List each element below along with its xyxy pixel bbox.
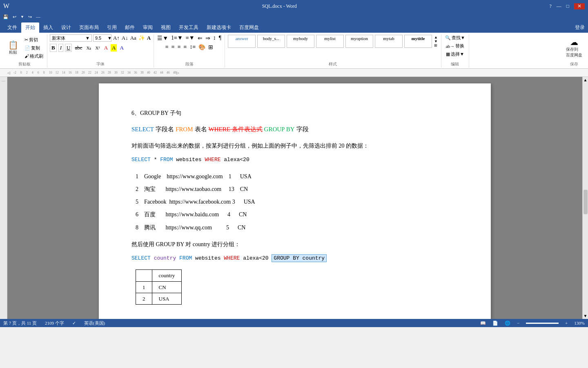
code2-condition: alexa<20 bbox=[243, 255, 272, 261]
scroll-down-btn[interactable]: ▼ bbox=[584, 314, 588, 318]
paste-btn[interactable]: 📋 粘贴 bbox=[4, 40, 22, 56]
font-size-input[interactable] bbox=[95, 36, 107, 40]
undo-quick-btn[interactable]: ↩ bbox=[11, 14, 18, 20]
result-row1-index: 1 bbox=[136, 281, 152, 293]
restore-btn[interactable]: □ bbox=[566, 3, 569, 9]
underline-btn[interactable]: U bbox=[65, 44, 72, 52]
format-painter-btn[interactable]: 🖌 格式刷 bbox=[23, 53, 45, 60]
tab-design[interactable]: 设计 bbox=[57, 22, 75, 33]
bold-btn[interactable]: A bbox=[147, 34, 151, 42]
spelling-check-icon: ✓ bbox=[72, 321, 76, 326]
section-heading: 6、GROUP BY 子句 bbox=[131, 108, 458, 118]
tab-new-tab[interactable]: 新建选项卡 bbox=[203, 22, 235, 33]
login-btn[interactable]: 登录 bbox=[575, 24, 585, 31]
align-right-btn[interactable]: ≡ bbox=[177, 43, 182, 51]
align-center-btn[interactable]: ≡ bbox=[171, 43, 176, 51]
superscript-btn[interactable]: X² bbox=[94, 45, 101, 51]
zoom-in-btn[interactable]: + bbox=[565, 321, 568, 325]
style-mytitle[interactable]: mytitle bbox=[404, 35, 432, 48]
tab-file[interactable]: 文件 bbox=[3, 22, 21, 33]
status-bar-right: 📖 📄 🌐 − + 130% bbox=[480, 321, 585, 326]
para-text-1: 对前面语句筛选出来的数据，按某列进行分组，例如上面的例子中，先筛选出排前 20 … bbox=[131, 141, 458, 151]
bullets-btn[interactable]: ☰▼ bbox=[156, 34, 169, 42]
style-mytab[interactable]: mytab bbox=[375, 35, 403, 48]
increase-indent-btn[interactable]: ⇒ bbox=[205, 34, 211, 42]
save-quick-btn[interactable]: 💾 bbox=[2, 14, 10, 20]
decrease-font-btn[interactable]: A↓ bbox=[121, 34, 129, 42]
style-mybody[interactable]: mybody bbox=[287, 35, 314, 48]
close-btn[interactable]: ✕ bbox=[574, 3, 585, 9]
highlight-btn[interactable]: A bbox=[111, 44, 117, 52]
line-spacing-btn[interactable]: ↕≡ bbox=[189, 43, 196, 51]
bold-btn2[interactable]: B bbox=[50, 44, 57, 52]
page-info: 第 7 页，共 11 页 bbox=[3, 320, 37, 326]
align-left-btn[interactable]: ≡ bbox=[165, 43, 169, 51]
text-effect-btn[interactable]: ✨ bbox=[138, 34, 145, 42]
style-mylist[interactable]: mylist bbox=[316, 35, 344, 48]
justify-btn[interactable]: ≡ bbox=[183, 43, 188, 51]
increase-font-btn[interactable]: A↑ bbox=[113, 34, 120, 42]
cut-btn[interactable]: ✂ 剪切 bbox=[23, 36, 45, 43]
tab-mailings[interactable]: 邮件 bbox=[121, 22, 139, 33]
save-to-baidu-btn[interactable]: ☁ 保存到百度网盘 bbox=[564, 37, 584, 59]
font-name-input[interactable] bbox=[52, 36, 85, 40]
result-row1-country: CN bbox=[152, 281, 182, 293]
multilevel-btn[interactable]: ≡▼ bbox=[185, 34, 196, 42]
select-btn[interactable]: ▦选择▼ bbox=[445, 51, 466, 58]
cut-icon: ✂ bbox=[24, 37, 28, 43]
copy-btn[interactable]: 📄 复制 bbox=[23, 45, 45, 52]
styles-scroll[interactable]: ▲ ▼ ⊞ bbox=[433, 34, 439, 48]
font-name-dropdown-icon[interactable]: ▼ bbox=[85, 36, 90, 40]
subscript-btn[interactable]: X₂ bbox=[85, 45, 92, 51]
tab-review[interactable]: 审阅 bbox=[139, 22, 157, 33]
code-from-kw: FROM bbox=[160, 157, 173, 163]
borders-btn[interactable]: ⊞ bbox=[207, 43, 214, 51]
quick-access-toolbar: 💾 ↩ ▼ ↪ — bbox=[0, 12, 588, 21]
strikethrough-btn[interactable]: abc bbox=[74, 44, 83, 52]
redo-quick-btn[interactable]: ↪ bbox=[27, 14, 33, 20]
shading-btn[interactable]: 🎨 bbox=[198, 43, 206, 51]
baidu-save-icon: ☁ bbox=[570, 38, 578, 46]
numbering-btn[interactable]: 1≡▼ bbox=[170, 34, 184, 42]
tab-view[interactable]: 视图 bbox=[157, 22, 175, 33]
zoom-slider[interactable] bbox=[526, 323, 559, 324]
show-marks-btn[interactable]: ¶ bbox=[218, 34, 222, 42]
data-row-1: 1 Google https://www.google.com 1 USA bbox=[131, 171, 458, 182]
decrease-indent-btn[interactable]: ⇐ bbox=[197, 34, 203, 42]
editing-label: 编辑 bbox=[451, 61, 459, 67]
italic-btn[interactable]: I bbox=[58, 44, 63, 52]
style-body[interactable]: body_s... bbox=[257, 35, 285, 48]
scroll-up-btn[interactable]: ▲ bbox=[584, 78, 588, 82]
result-table-row-1: 1 CN bbox=[136, 281, 182, 293]
font-color-btn[interactable]: A bbox=[118, 44, 125, 52]
tab-page-layout[interactable]: 页面布局 bbox=[75, 22, 103, 33]
document-scroll-area[interactable]: 6、GROUP BY 子句 SELECT 字段名 FROM 表名 WHERE 条… bbox=[7, 77, 582, 319]
select-keyword: SELECT bbox=[131, 124, 154, 135]
code2-websites: websites bbox=[195, 255, 224, 261]
view-mode-print-btn[interactable]: 📄 bbox=[492, 321, 498, 326]
view-mode-read-btn[interactable]: 📖 bbox=[480, 321, 486, 326]
change-case-btn[interactable]: Aa bbox=[130, 34, 137, 42]
font-name-selector[interactable]: ▼ bbox=[50, 34, 92, 42]
tab-home[interactable]: 开始 bbox=[21, 22, 39, 33]
sort-btn[interactable]: ↕ bbox=[212, 34, 217, 42]
scroll-thumb[interactable] bbox=[584, 190, 588, 214]
font-size-dropdown-icon[interactable]: ▼ bbox=[107, 36, 112, 40]
customize-quick-btn[interactable]: — bbox=[35, 14, 42, 19]
tab-baidu[interactable]: 百度网盘 bbox=[235, 22, 263, 33]
replace-btn[interactable]: ab→替换 bbox=[445, 43, 466, 49]
style-answer[interactable]: answer bbox=[228, 35, 256, 48]
find-btn[interactable]: 🔍查找▼ bbox=[444, 34, 466, 41]
undo-dropdown-btn[interactable]: ▼ bbox=[19, 15, 25, 19]
tab-references[interactable]: 引用 bbox=[103, 22, 121, 33]
vertical-scrollbar[interactable]: ▲ ▼ bbox=[582, 77, 588, 319]
minimize-btn[interactable]: — bbox=[557, 3, 561, 9]
tab-developer[interactable]: 开发工具 bbox=[175, 22, 203, 33]
text-color-btn[interactable]: A bbox=[103, 44, 109, 52]
zoom-out-btn[interactable]: − bbox=[517, 321, 519, 325]
help-icon[interactable]: ? bbox=[549, 3, 551, 9]
font-size-selector[interactable]: ▼ bbox=[93, 34, 111, 42]
view-mode-web-btn[interactable]: 🌐 bbox=[505, 321, 510, 326]
tab-insert[interactable]: 插入 bbox=[39, 22, 57, 33]
style-myoption[interactable]: myoption bbox=[345, 35, 373, 48]
